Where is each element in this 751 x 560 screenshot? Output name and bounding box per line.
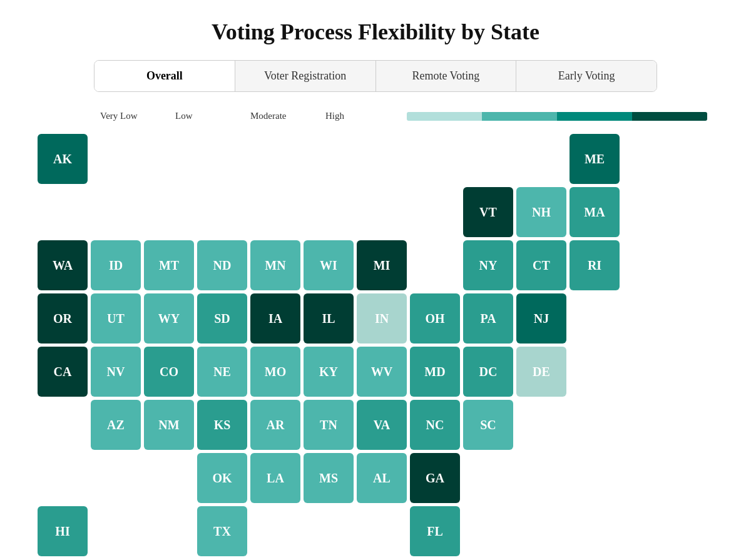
- state-la[interactable]: LA: [250, 453, 300, 503]
- state-pa[interactable]: PA: [463, 293, 513, 344]
- empty-cell: [516, 400, 566, 450]
- legend-low: Low: [175, 111, 250, 121]
- state-mt[interactable]: MT: [144, 240, 194, 290]
- empty-cell: [197, 187, 247, 237]
- legend-labels: Very Low Low Moderate High: [100, 111, 401, 121]
- empty-cell: [463, 134, 513, 184]
- state-id[interactable]: ID: [91, 240, 141, 290]
- empty-cell: [38, 400, 88, 450]
- empty-cell: [304, 506, 354, 556]
- empty-cell: [144, 453, 194, 503]
- state-or[interactable]: OR: [38, 293, 88, 344]
- state-me[interactable]: ME: [570, 134, 620, 184]
- state-de[interactable]: DE: [516, 347, 566, 397]
- state-nd[interactable]: ND: [197, 240, 247, 290]
- state-sd[interactable]: SD: [197, 293, 247, 344]
- legend-seg-low: [482, 112, 557, 121]
- state-grid: AKMEVTNHMAWAIDMTNDMNWIMINYCTRIORUTWYSDIA…: [38, 134, 620, 556]
- state-ct[interactable]: CT: [516, 240, 566, 290]
- empty-cell: [516, 506, 566, 556]
- state-wa[interactable]: WA: [38, 240, 88, 290]
- empty-cell: [197, 134, 247, 184]
- empty-cell: [410, 240, 460, 290]
- state-ar[interactable]: AR: [250, 400, 300, 450]
- empty-cell: [38, 453, 88, 503]
- legend-high: High: [325, 111, 401, 121]
- state-ok[interactable]: OK: [197, 453, 247, 503]
- tab-voter-registration[interactable]: Voter Registration: [235, 61, 376, 91]
- empty-cell: [570, 453, 620, 503]
- empty-cell: [91, 187, 141, 237]
- state-co[interactable]: CO: [144, 347, 194, 397]
- state-al[interactable]: AL: [357, 453, 407, 503]
- empty-cell: [357, 506, 407, 556]
- page-title: Voting Process Flexibility by State: [25, 19, 726, 45]
- empty-cell: [304, 134, 354, 184]
- legend-moderate: Moderate: [250, 111, 325, 121]
- empty-cell: [570, 506, 620, 556]
- state-tn[interactable]: TN: [304, 400, 354, 450]
- empty-cell: [516, 134, 566, 184]
- state-ky[interactable]: KY: [304, 347, 354, 397]
- state-mo[interactable]: MO: [250, 347, 300, 397]
- state-va[interactable]: VA: [357, 400, 407, 450]
- empty-cell: [357, 134, 407, 184]
- state-nv[interactable]: NV: [91, 347, 141, 397]
- empty-cell: [38, 187, 88, 237]
- empty-cell: [304, 187, 354, 237]
- state-ca[interactable]: CA: [38, 347, 88, 397]
- state-ne[interactable]: NE: [197, 347, 247, 397]
- legend-very-low: Very Low: [100, 111, 175, 121]
- empty-cell: [144, 187, 194, 237]
- empty-cell: [410, 134, 460, 184]
- state-nh[interactable]: NH: [516, 187, 566, 237]
- state-mn[interactable]: MN: [250, 240, 300, 290]
- empty-cell: [516, 453, 566, 503]
- tab-remote-voting[interactable]: Remote Voting: [376, 61, 517, 91]
- state-fl[interactable]: FL: [410, 506, 460, 556]
- state-wy[interactable]: WY: [144, 293, 194, 344]
- state-sc[interactable]: SC: [463, 400, 513, 450]
- empty-cell: [91, 134, 141, 184]
- state-ut[interactable]: UT: [91, 293, 141, 344]
- empty-cell: [250, 187, 300, 237]
- legend-bar: [407, 112, 707, 121]
- state-tx[interactable]: TX: [197, 506, 247, 556]
- state-md[interactable]: MD: [410, 347, 460, 397]
- tab-bar: Overall Voter Registration Remote Voting…: [94, 60, 657, 92]
- tab-overall[interactable]: Overall: [95, 61, 235, 91]
- state-ms[interactable]: MS: [304, 453, 354, 503]
- state-ia[interactable]: IA: [250, 293, 300, 344]
- state-nj[interactable]: NJ: [516, 293, 566, 344]
- empty-cell: [250, 506, 300, 556]
- state-wv[interactable]: WV: [357, 347, 407, 397]
- legend: Very Low Low Moderate High: [100, 111, 707, 121]
- empty-cell: [144, 506, 194, 556]
- state-ma[interactable]: MA: [570, 187, 620, 237]
- state-ri[interactable]: RI: [570, 240, 620, 290]
- empty-cell: [250, 134, 300, 184]
- tab-early-voting[interactable]: Early Voting: [516, 61, 656, 91]
- state-dc[interactable]: DC: [463, 347, 513, 397]
- map-area: Very Low Low Moderate High AKMEVTNHMAWAI…: [38, 111, 726, 556]
- state-il[interactable]: IL: [304, 293, 354, 344]
- state-in[interactable]: IN: [357, 293, 407, 344]
- state-vt[interactable]: VT: [463, 187, 513, 237]
- state-nm[interactable]: NM: [144, 400, 194, 450]
- legend-seg-very-low: [407, 112, 482, 121]
- empty-cell: [463, 453, 513, 503]
- state-hi[interactable]: HI: [38, 506, 88, 556]
- state-az[interactable]: AZ: [91, 400, 141, 450]
- state-ks[interactable]: KS: [197, 400, 247, 450]
- empty-cell: [357, 187, 407, 237]
- empty-cell: [570, 400, 620, 450]
- empty-cell: [570, 347, 620, 397]
- state-mi[interactable]: MI: [357, 240, 407, 290]
- state-wi[interactable]: WI: [304, 240, 354, 290]
- state-ga[interactable]: GA: [410, 453, 460, 503]
- state-ak[interactable]: AK: [38, 134, 88, 184]
- state-nc[interactable]: NC: [410, 400, 460, 450]
- legend-seg-moderate: [557, 112, 632, 121]
- state-ny[interactable]: NY: [463, 240, 513, 290]
- state-oh[interactable]: OH: [410, 293, 460, 344]
